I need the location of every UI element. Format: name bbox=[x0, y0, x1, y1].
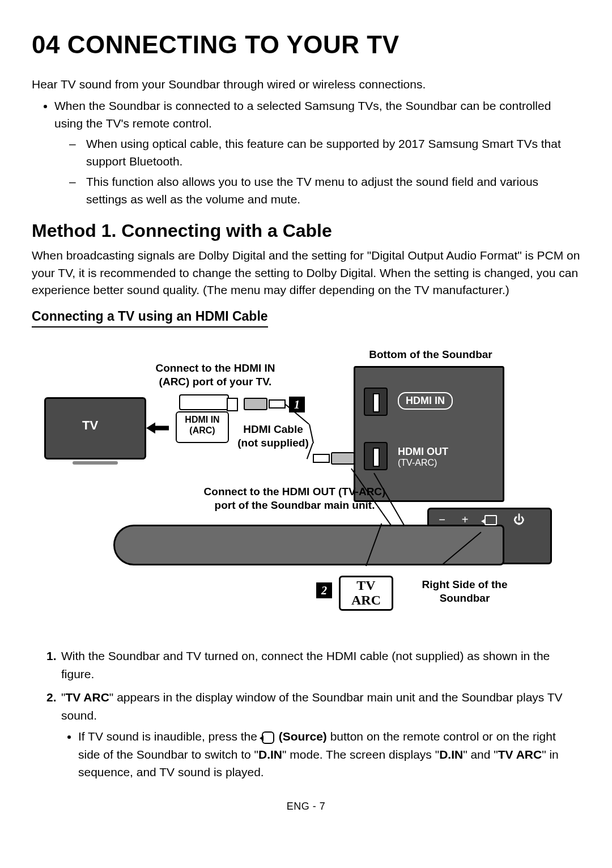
step-text: With the Soundbar and TV turned on, conn… bbox=[61, 649, 550, 680]
source-icon bbox=[484, 515, 497, 525]
intro-text: Hear TV sound from your Soundbar through… bbox=[32, 76, 580, 93]
hdmi-in-port-icon bbox=[364, 388, 388, 416]
volume-down-icon: − bbox=[439, 513, 445, 526]
step-item-2: 2. "TV ARC" appears in the display windo… bbox=[46, 688, 580, 781]
text: " and " bbox=[463, 748, 498, 761]
tv-arc-display: TV ARC bbox=[339, 576, 393, 611]
method-title: Method 1. Connecting with a Cable bbox=[32, 220, 580, 241]
figure-label: (ARC) port of your TV. bbox=[159, 376, 272, 388]
hdmi-out-port-icon bbox=[364, 442, 388, 470]
hdmi-plug-icon bbox=[244, 395, 286, 412]
figure-label: Connect to the HDMI OUT (TV-ARC) bbox=[204, 486, 386, 497]
figure-label: (not supplied) bbox=[237, 437, 309, 449]
step-item-1: 1. With the Soundbar and TV turned on, c… bbox=[46, 647, 580, 683]
subsection-title: Connecting a TV using an HDMI Cable bbox=[32, 309, 268, 327]
connection-diagram: Connect to the HDMI IN (ARC) port of you… bbox=[34, 338, 578, 632]
page-footer: ENG - 7 bbox=[32, 801, 580, 812]
tv-stand-icon bbox=[73, 461, 118, 465]
step-number: 2. bbox=[46, 688, 57, 707]
step-text: "TV ARC" appears in the display window o… bbox=[61, 691, 563, 722]
figure-label: HDMI IN bbox=[185, 415, 219, 424]
power-icon: ⏻ bbox=[513, 513, 525, 526]
bold-text: D.IN bbox=[258, 748, 282, 761]
text: " mode. The screen displays " bbox=[282, 748, 439, 761]
hdmi-out-label: HDMI OUT (TV-ARC) bbox=[398, 446, 448, 468]
hdmi-plug-icon bbox=[313, 450, 355, 467]
step-badge-2: 2 bbox=[316, 582, 332, 598]
figure-label: HDMI OUT bbox=[398, 446, 448, 457]
method-paragraph: When broadcasting signals are Dolby Digi… bbox=[32, 247, 580, 299]
volume-up-icon: + bbox=[462, 513, 469, 526]
bullet-text: When the Soundbar is connected to a sele… bbox=[54, 99, 551, 129]
sub-bullet: If TV sound is inaudible, press the (Sou… bbox=[78, 727, 580, 781]
soundbar-port-instruction: Connect to the HDMI OUT (TV-ARC) port of… bbox=[198, 485, 391, 512]
arrow-left-icon bbox=[146, 416, 176, 439]
bold-text: D.IN bbox=[439, 748, 463, 761]
soundbar-bottom-icon bbox=[354, 366, 504, 502]
hdmi-port-icon bbox=[179, 394, 229, 410]
tv-label: TV bbox=[82, 418, 98, 433]
figure-label: Right Side of the bbox=[422, 578, 508, 590]
figure-label: ARC bbox=[351, 593, 381, 607]
figure-label: TV bbox=[356, 578, 375, 593]
figure-label: Connect to the HDMI IN bbox=[155, 362, 275, 374]
figure-label: HDMI Cable bbox=[243, 423, 303, 435]
right-side-label: Right Side of the Soundbar bbox=[408, 578, 521, 605]
hdmi-in-arc-tag: HDMI IN (ARC) bbox=[176, 411, 229, 443]
text: " appears in the display window of the S… bbox=[61, 691, 563, 722]
soundbar-bottom-label: Bottom of the Soundbar bbox=[363, 348, 499, 361]
source-icon bbox=[262, 731, 274, 744]
figure-label: port of the Soundbar main unit. bbox=[215, 499, 375, 511]
bullet-item: When the Soundbar is connected to a sele… bbox=[54, 97, 580, 208]
figure-label: (TV-ARC) bbox=[398, 458, 437, 467]
bold-text: TV ARC bbox=[498, 748, 542, 761]
page-title: 04 CONNECTING TO YOUR TV bbox=[32, 31, 580, 59]
dash-item: When using optical cable, this feature c… bbox=[69, 135, 580, 170]
step-number: 1. bbox=[46, 647, 57, 665]
bold-text: (Source) bbox=[275, 730, 327, 743]
text: If TV sound is inaudible, press the bbox=[78, 730, 261, 743]
tv-port-instruction: Connect to the HDMI IN (ARC) port of you… bbox=[147, 361, 283, 389]
hdmi-in-pill: HDMI IN bbox=[398, 392, 453, 410]
side-button-row: − + ⏻ bbox=[431, 513, 533, 526]
bold-text: TV ARC bbox=[65, 691, 109, 704]
figure-label: Soundbar bbox=[440, 592, 490, 604]
hdmi-cable-label: HDMI Cable (not supplied) bbox=[233, 423, 313, 450]
dash-item: This function also allows you to use the… bbox=[69, 173, 580, 208]
figure-label: (ARC) bbox=[189, 426, 215, 435]
soundbar-side-icon bbox=[113, 525, 504, 565]
